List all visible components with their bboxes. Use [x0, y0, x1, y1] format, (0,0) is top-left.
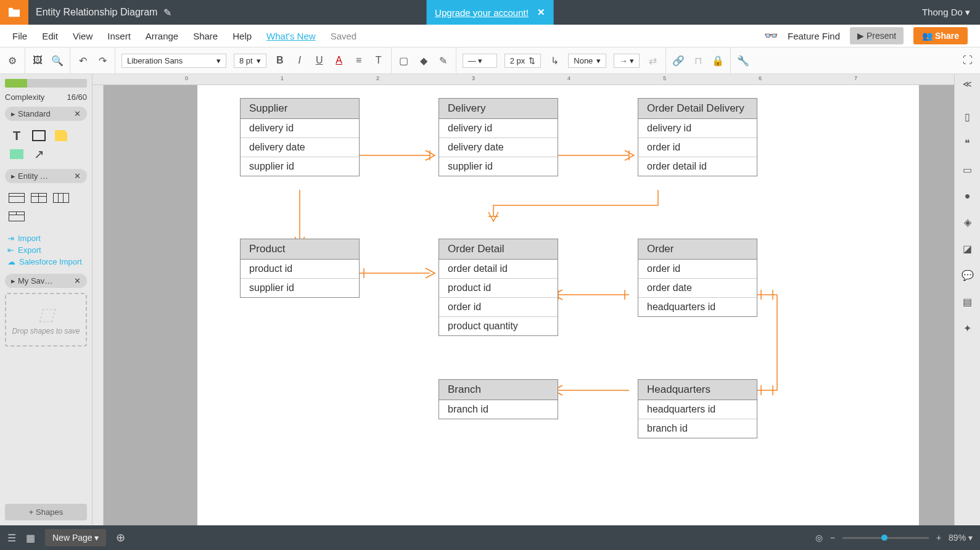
entity-headquarters[interactable]: Headquarters headquarters id branch id: [638, 379, 757, 438]
entity-shape-1-icon[interactable]: [7, 191, 26, 205]
underline-icon[interactable]: U: [313, 54, 326, 67]
fullscreen-icon[interactable]: ⛶: [961, 54, 974, 67]
upgrade-link[interactable]: Upgrade your account!: [435, 7, 529, 18]
entity-field[interactable]: delivery id: [241, 119, 359, 138]
entity-field[interactable]: headquarters id: [638, 400, 757, 419]
page-icon[interactable]: ▯: [965, 111, 970, 123]
entity-header[interactable]: Headquarters: [638, 380, 757, 400]
lock-icon[interactable]: 🔒: [712, 54, 724, 67]
entity-field[interactable]: product id: [241, 260, 359, 279]
line-style-select[interactable]: — ▾: [463, 54, 497, 68]
document-icon[interactable]: ◪: [963, 243, 972, 255]
gear-icon[interactable]: ⚙: [6, 54, 19, 67]
fontsize-select[interactable]: 8 pt ▾: [234, 54, 266, 68]
entity-order-detail[interactable]: Order Detail order detail id product id …: [439, 239, 558, 336]
folder-icon[interactable]: [0, 0, 28, 25]
shape-border-icon[interactable]: ▢: [398, 54, 410, 67]
wrench-icon[interactable]: 🔧: [737, 54, 749, 67]
entity-header[interactable]: Order: [638, 239, 757, 260]
arrow-end-select[interactable]: → ▾: [614, 54, 640, 68]
comment-icon[interactable]: 💬: [961, 269, 974, 281]
entity-field[interactable]: order date: [638, 279, 757, 298]
clock-icon[interactable]: ●: [965, 191, 971, 202]
paper[interactable]: Supplier delivery id delivery date suppl…: [197, 85, 919, 525]
close-icon[interactable]: ✕: [74, 171, 81, 181]
entity-field[interactable]: order detail id: [439, 260, 558, 279]
arrow-start-select[interactable]: None ▾: [568, 54, 606, 68]
wand-icon[interactable]: ✦: [963, 322, 971, 334]
image-icon[interactable]: 🖼: [31, 54, 44, 67]
entity-branch[interactable]: Branch branch id: [439, 379, 558, 419]
user-menu[interactable]: Thong Do ▾: [922, 7, 970, 18]
arrow-shape-icon[interactable]: ↗: [30, 147, 48, 162]
magnet-icon[interactable]: ⊓: [692, 54, 704, 67]
zoom-level[interactable]: 89% ▾: [949, 533, 973, 543]
swap-arrows-icon[interactable]: ⇄: [647, 54, 659, 67]
shapes-button[interactable]: + Shapes: [5, 504, 87, 520]
entity-header[interactable]: Supplier: [241, 99, 359, 119]
redo-icon[interactable]: ↷: [96, 54, 109, 67]
entity-field[interactable]: headquarters id: [638, 298, 757, 316]
font-select[interactable]: Liberation Sans▾: [121, 54, 226, 68]
panel-standard[interactable]: ▸ Standard✕: [5, 107, 87, 121]
bold-icon[interactable]: B: [274, 54, 286, 67]
text-color-icon[interactable]: A: [333, 54, 345, 67]
close-icon[interactable]: ✕: [74, 109, 81, 118]
menu-file[interactable]: File: [12, 31, 27, 41]
menu-whatsnew[interactable]: What's New: [266, 31, 316, 41]
entity-field[interactable]: delivery id: [439, 119, 558, 138]
list-view-icon[interactable]: ☰: [7, 532, 16, 544]
fill-icon[interactable]: ◆: [418, 54, 430, 67]
zoom-out-icon[interactable]: −: [830, 533, 835, 543]
share-button[interactable]: 👥 Share: [913, 27, 968, 44]
undo-icon[interactable]: ↶: [76, 54, 89, 67]
entity-header[interactable]: Branch: [439, 380, 558, 400]
panel-entity[interactable]: ▸ Entity …✕: [5, 169, 87, 183]
entity-order-detail-delivery[interactable]: Order Detail Delivery delivery id order …: [638, 98, 757, 176]
entity-header[interactable]: Delivery: [439, 99, 558, 119]
entity-header[interactable]: Product: [241, 239, 359, 260]
entity-delivery[interactable]: Delivery delivery id delivery date suppl…: [439, 98, 558, 176]
quote-icon[interactable]: ❝: [965, 138, 970, 149]
text-size-icon[interactable]: T: [373, 54, 385, 67]
entity-field[interactable]: supplier id: [241, 157, 359, 176]
entity-header[interactable]: Order Detail Delivery: [638, 99, 757, 119]
entity-field[interactable]: delivery id: [638, 119, 757, 138]
grid-view-icon[interactable]: ▦: [26, 532, 35, 544]
database-icon[interactable]: ▤: [963, 296, 972, 308]
entity-product[interactable]: Product product id supplier id: [240, 239, 360, 298]
import-link[interactable]: ⇥Import: [7, 234, 84, 243]
rect-shape-icon[interactable]: [30, 128, 48, 143]
text-shape-icon[interactable]: T: [7, 128, 26, 143]
search-icon[interactable]: 🔍: [51, 54, 64, 67]
close-icon[interactable]: ✕: [74, 276, 81, 285]
entity-field[interactable]: order id: [638, 138, 757, 157]
menu-view[interactable]: View: [73, 31, 93, 41]
entity-field[interactable]: product id: [439, 279, 558, 298]
zoom-slider[interactable]: [842, 537, 929, 539]
menu-arrange[interactable]: Arrange: [146, 31, 178, 41]
binoculars-icon[interactable]: 👓: [764, 29, 778, 43]
new-page-button[interactable]: New Page ▾: [45, 529, 106, 546]
entity-field[interactable]: supplier id: [241, 279, 359, 297]
entity-field[interactable]: delivery date: [241, 138, 359, 157]
connector-type-icon[interactable]: ↳: [548, 54, 561, 67]
canvas[interactable]: Supplier delivery id delivery date suppl…: [104, 85, 954, 525]
target-icon[interactable]: ◎: [815, 533, 823, 543]
panel-mysaved[interactable]: ▸ My Sav…✕: [5, 274, 87, 288]
line-color-icon[interactable]: ✎: [437, 54, 450, 67]
screen-icon[interactable]: ▭: [963, 164, 972, 176]
entity-field[interactable]: delivery date: [439, 138, 558, 157]
edit-title-icon[interactable]: ✎: [163, 7, 171, 18]
entity-shape-4-icon[interactable]: [7, 209, 26, 224]
entity-order[interactable]: Order order id order date headquarters i…: [638, 239, 757, 317]
entity-field[interactable]: branch id: [439, 400, 558, 419]
layers-icon[interactable]: ◈: [964, 216, 971, 228]
line-width-select[interactable]: 2 px ⇅: [504, 54, 541, 68]
entity-field[interactable]: branch id: [638, 419, 757, 438]
entity-supplier[interactable]: Supplier delivery id delivery date suppl…: [240, 98, 360, 176]
document-title[interactable]: Entity Relationship Diagram: [36, 7, 157, 18]
present-button[interactable]: ▶ Present: [850, 27, 904, 44]
upgrade-close-icon[interactable]: ✕: [537, 7, 545, 18]
entity-shape-2-icon[interactable]: [30, 191, 48, 205]
